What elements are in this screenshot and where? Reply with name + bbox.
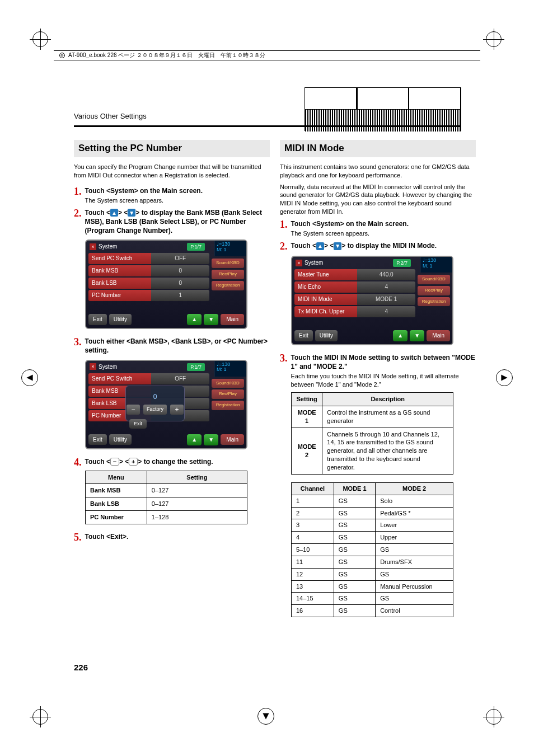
- registration-mark-icon: [486, 31, 502, 47]
- page-down-button[interactable]: ▼: [410, 330, 424, 341]
- header-book-ref: AT-900_e.book 226 ページ ２００８年９月１６日 火曜日 午前１…: [68, 51, 265, 59]
- step-instruction: Touch either <Bank MSB>, <Bank LSB>, or …: [85, 337, 268, 354]
- popup-exit-button[interactable]: Exit: [129, 419, 147, 428]
- param-row[interactable]: Master Tune440.0: [294, 269, 415, 280]
- system-screen-figure-midi: ×System P.2/7 ♩=130M: 1 Master Tune440.0…: [291, 256, 453, 345]
- step-subtext: The System screen appears.: [291, 229, 476, 238]
- tab-registration[interactable]: Registration: [212, 281, 244, 290]
- step-number: 3.: [280, 353, 288, 389]
- param-row[interactable]: Mic Echo4: [294, 281, 415, 293]
- param-row[interactable]: Tx MIDI Ch. Upper4: [294, 306, 415, 317]
- registration-mark-icon: [32, 709, 48, 725]
- step-number: 3.: [74, 337, 82, 355]
- param-row[interactable]: Bank MSB0: [88, 265, 209, 276]
- page-up-button[interactable]: ▲: [393, 330, 407, 341]
- step-subtext: The System screen appears.: [85, 196, 270, 205]
- close-icon[interactable]: ×: [296, 260, 302, 266]
- utility-button[interactable]: Utility: [109, 434, 132, 445]
- table-row: PC Number1–128: [86, 511, 247, 524]
- table-row: MODE 1Control the instrument as a GS sou…: [292, 406, 453, 428]
- main-button[interactable]: Main: [221, 314, 244, 325]
- exit-button[interactable]: Exit: [294, 330, 313, 341]
- close-icon[interactable]: ×: [90, 363, 96, 370]
- table-header: Setting: [147, 471, 247, 484]
- table-row: 11GSDrums/SFX: [292, 556, 453, 568]
- down-arrow-icon: ▼: [128, 209, 135, 217]
- table-row: Bank MSB0–127: [86, 484, 247, 497]
- table-row: 13GSManual Percussion: [292, 580, 453, 593]
- minus-icon: −: [110, 458, 119, 466]
- tab-registration[interactable]: Registration: [418, 297, 450, 307]
- mode-description-table: SettingDescription MODE 1Control the ins…: [291, 392, 453, 475]
- param-row[interactable]: Send PC SwitchOFF: [88, 253, 209, 264]
- system-screen-figure-2: ×System P.1/7 ♩=130M: 1 Send PC SwitchOF…: [85, 360, 247, 449]
- step-4: 4. Touch <−> <+> to change the setting.: [74, 457, 270, 467]
- param-row[interactable]: Bank LSB0: [88, 278, 209, 289]
- right-column: MIDI IN Mode This instrument contains tw…: [280, 140, 476, 625]
- table-header: Setting: [292, 393, 322, 406]
- registration-mark-icon: [486, 709, 502, 725]
- tab-recplay[interactable]: Rec/Play: [418, 286, 450, 295]
- step-instruction: Touch <−> <+> to change the setting.: [85, 458, 213, 466]
- param-row[interactable]: Send PC SwitchOFF: [88, 373, 209, 384]
- crop-arrow-icon: [496, 369, 513, 386]
- tempo-display: ♩=130M: 1: [214, 241, 246, 256]
- tab-soundkbd[interactable]: Sound/KBD: [418, 275, 450, 284]
- step-instruction: Touch <Exit>.: [85, 533, 129, 541]
- step-number: 4.: [74, 457, 82, 467]
- table-row: 5–10GSGS: [292, 544, 453, 556]
- main-button[interactable]: Main: [427, 330, 450, 341]
- registration-mark-icon: [32, 31, 48, 47]
- tempo-display: ♩=130M: 1: [214, 361, 246, 377]
- tab-soundkbd[interactable]: Sound/KBD: [212, 379, 244, 388]
- left-column: Setting the PC Number You can specify th…: [74, 140, 270, 546]
- exit-button[interactable]: Exit: [88, 434, 107, 445]
- close-icon[interactable]: ×: [90, 243, 96, 250]
- exit-button[interactable]: Exit: [88, 314, 107, 325]
- intro-text: You can specify the Program Change numbe…: [74, 163, 270, 180]
- page-indicator: P.1/7: [187, 363, 205, 371]
- menu-setting-table: MenuSetting Bank MSB0–127 Bank LSB0–127 …: [85, 471, 247, 524]
- minus-button[interactable]: −: [127, 405, 140, 415]
- param-row[interactable]: PC Number1: [88, 290, 209, 301]
- tab-recplay[interactable]: Rec/Play: [212, 389, 244, 399]
- header-glyph-icon: ⊕: [59, 53, 65, 58]
- step-number: 1.: [74, 186, 82, 205]
- param-row[interactable]: MIDI IN ModeMODE 1: [294, 294, 415, 305]
- step-2: 2. Touch <▲> <▼> to display the MIDI IN …: [280, 241, 476, 251]
- page-down-button[interactable]: ▼: [204, 314, 218, 325]
- table-header: Menu: [86, 471, 147, 484]
- header-band: ⊕ AT-900_e.book 226 ページ ２００８年９月１６日 火曜日 午…: [54, 50, 480, 60]
- step-instruction: Touch <System> on the Main screen.: [291, 220, 409, 228]
- table-header: MODE 2: [376, 482, 453, 495]
- table-header: Channel: [292, 482, 334, 495]
- plus-button[interactable]: +: [170, 405, 184, 415]
- page-down-button[interactable]: ▼: [204, 434, 218, 445]
- tab-recplay[interactable]: Rec/Play: [212, 270, 244, 279]
- section-heading-pc-number: Setting the PC Number: [74, 140, 270, 157]
- step-number: 2.: [74, 208, 82, 236]
- step-1: 1. Touch <System> on the Main screen. Th…: [74, 186, 270, 205]
- step-3: 3. Touch the MIDI IN Mode setting to swi…: [280, 353, 476, 389]
- up-arrow-icon: ▲: [316, 242, 324, 250]
- step-1: 1. Touch <System> on the Main screen. Th…: [280, 219, 476, 238]
- plus-icon: +: [129, 458, 138, 466]
- step-5: 5. Touch <Exit>.: [74, 532, 270, 542]
- utility-button[interactable]: Utility: [315, 330, 338, 341]
- channel-mode-table: Channel MODE 1 MODE 2 1GSSolo 2GSPedal/G…: [291, 482, 453, 617]
- table-row: 16GSControl: [292, 605, 453, 617]
- tab-registration[interactable]: Registration: [212, 401, 244, 410]
- tab-soundkbd[interactable]: Sound/KBD: [212, 259, 244, 268]
- page-up-button[interactable]: ▲: [187, 434, 202, 445]
- table-row: 4GSUpper: [292, 532, 453, 544]
- up-arrow-icon: ▲: [110, 209, 118, 217]
- factory-button[interactable]: Factory: [143, 405, 167, 415]
- main-button[interactable]: Main: [221, 434, 244, 445]
- step-instruction: Touch <System> on the Main screen.: [85, 187, 203, 195]
- page-up-button[interactable]: ▲: [187, 314, 202, 325]
- step-2: 2. Touch <▲> <▼> to display the Bank MSB…: [74, 208, 270, 236]
- table-header: Description: [322, 393, 453, 406]
- step-instruction: Touch <▲> <▼> to display the Bank MSB (B…: [85, 209, 263, 234]
- utility-button[interactable]: Utility: [109, 314, 132, 325]
- page-indicator: P.2/7: [393, 259, 411, 267]
